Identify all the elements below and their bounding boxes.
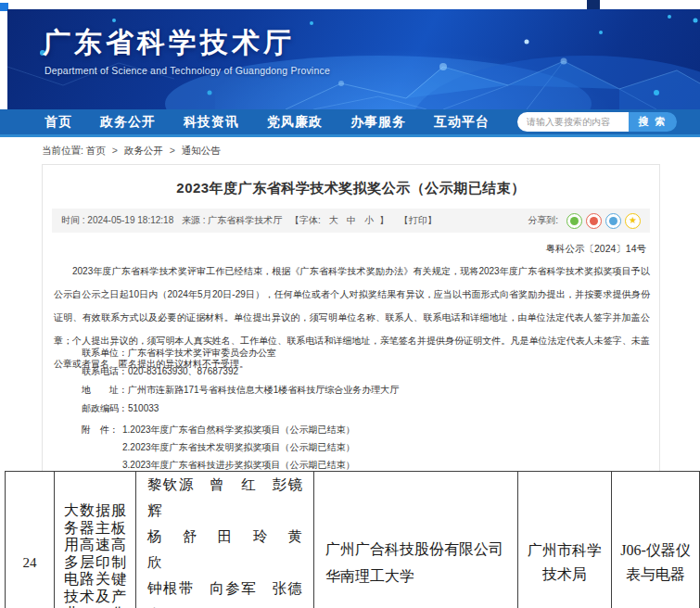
weibo-icon: [590, 217, 598, 225]
table-row: 24 大数据服务器主板用高速高多层印制电路关键技术及产业化 黎钦源 曾 红 彭镜…: [6, 472, 700, 608]
wechat-icon: [570, 217, 579, 225]
article-title: 2023年度广东省科学技术奖拟奖公示（公示期已结束）: [43, 180, 659, 197]
article-meta-bar: 时间 : 2024-05-19 18:12:18 来源 : 广东省科学技术厅 【…: [52, 209, 650, 233]
contact-phone: 联系电话：020-83163930、87687392: [82, 362, 399, 381]
awardees-cell: 黎钦源 曾 红 彭镜辉 杨 舒 田 玲 黄 欣 钟根带 向参军 张德金 倪浩然: [136, 472, 314, 608]
row-number-cell: 24: [6, 472, 55, 608]
category-cell: J06-仪器仪表与电器: [612, 472, 700, 608]
font-size-medium-button[interactable]: 中: [347, 215, 356, 225]
publish-time: 时间 : 2024-05-19 18:12:18: [61, 215, 173, 225]
main-nav: 首页 政务公开 科技资讯 党风廉政 办事服务 互动平台 搜 索: [0, 109, 700, 137]
font-size-label-close: 】: [379, 215, 388, 225]
search-input[interactable]: [517, 112, 629, 132]
site-banner: 广东省科学技术厅 Department of Science and Techn…: [7, 9, 700, 109]
qq-share-icon[interactable]: [605, 213, 621, 229]
breadcrumb-home[interactable]: 首页: [86, 145, 106, 156]
star-icon: ★: [629, 216, 637, 225]
awardee-line: 黎钦源 曾 红 彭镜辉: [147, 472, 302, 524]
nav-item-interaction[interactable]: 互动平台: [434, 114, 490, 131]
site-title: 广东省科学技术厅: [43, 24, 295, 62]
contact-address: 地 址：广州市连新路171号省科技信息大楼1楼省科技厅综合业务办理大厅: [82, 381, 399, 399]
breadcrumb-separator: >: [170, 145, 175, 156]
article-source: 来源 : 广东省科学技术厅: [182, 215, 282, 225]
search-box: 搜 索: [517, 112, 677, 132]
nav-item-home[interactable]: 首页: [45, 114, 72, 131]
attachments-label: 附 件：: [82, 421, 119, 474]
search-button[interactable]: 搜 索: [629, 112, 677, 132]
contact-unit: 联系单位：广东省科学技术奖评审委员会办公室: [82, 344, 399, 362]
awardee-line: 钟根带 向参军 张德金: [147, 576, 302, 608]
attachment-link-tech-invention[interactable]: 2.2023年度广东省技术发明奖拟奖项目（公示期已结束）: [122, 438, 355, 456]
project-name-cell: 大数据服务器主板用高速高多层印制电路关键技术及产业化: [55, 472, 136, 608]
nominator-cell: 广州市科学技术局: [518, 472, 612, 608]
breadcrumb-separator: >: [112, 145, 118, 156]
qq-icon: [609, 217, 617, 225]
organization-name: 广州广合科技股份有限公司: [325, 536, 517, 563]
article-meta-left: 时间 : 2024-05-19 18:12:18 来源 : 广东省科学技术厅 【…: [61, 214, 442, 227]
awardee-line: 杨 舒 田 玲 黄 欣: [147, 524, 302, 576]
print-button[interactable]: 【打印】: [400, 215, 437, 225]
breadcrumb: 当前位置: 首页 > 政务公开 > 通知公告: [42, 145, 221, 158]
site-subtitle: Department of Science and Technology of …: [45, 65, 330, 76]
breadcrumb-label: 当前位置:: [42, 145, 83, 156]
breadcrumb-gov-disclosure[interactable]: 政务公开: [124, 145, 163, 156]
attachments-list: 1.2023年度广东省自然科学奖拟奖项目（公示期已结束） 2.2023年度广东省…: [122, 421, 355, 474]
attachments-block: 附 件： 1.2023年度广东省自然科学奖拟奖项目（公示期已结束） 2.2023…: [82, 421, 355, 474]
font-size-label-open: 【字体:: [290, 215, 321, 225]
organization-name: 华南理工大学: [325, 563, 517, 589]
favorite-share-icon[interactable]: ★: [625, 213, 641, 229]
nav-item-party-conduct[interactable]: 党风廉政: [267, 114, 323, 131]
contact-postcode: 邮政编码：510033: [82, 399, 399, 418]
share-label: 分享到:: [528, 214, 558, 227]
attachment-link-natural-science[interactable]: 1.2023年度广东省自然科学奖拟奖项目（公示期已结束）: [122, 421, 355, 438]
font-size-small-button[interactable]: 小: [364, 215, 374, 225]
contact-info-block: 联系单位：广东省科学技术奖评审委员会办公室 联系电话：020-83163930、…: [82, 344, 399, 418]
nav-item-gov-disclosure[interactable]: 政务公开: [100, 114, 156, 131]
nav-item-tech-news[interactable]: 科技资讯: [184, 114, 239, 131]
organizations-cell: 广州广合科技股份有限公司 华南理工大学: [314, 472, 518, 608]
font-size-large-button[interactable]: 大: [329, 215, 338, 225]
weibo-share-icon[interactable]: [586, 213, 602, 229]
nav-item-services[interactable]: 办事服务: [350, 114, 406, 131]
award-table: 24 大数据服务器主板用高速高多层印制电路关键技术及产业化 黎钦源 曾 红 彭镜…: [5, 471, 700, 608]
share-bar: 分享到: ★: [528, 213, 641, 229]
breadcrumb-notices[interactable]: 通知公告: [182, 145, 221, 156]
document-number: 粤科公示〔2024〕14号: [545, 243, 646, 256]
wechat-share-icon[interactable]: [566, 213, 582, 229]
